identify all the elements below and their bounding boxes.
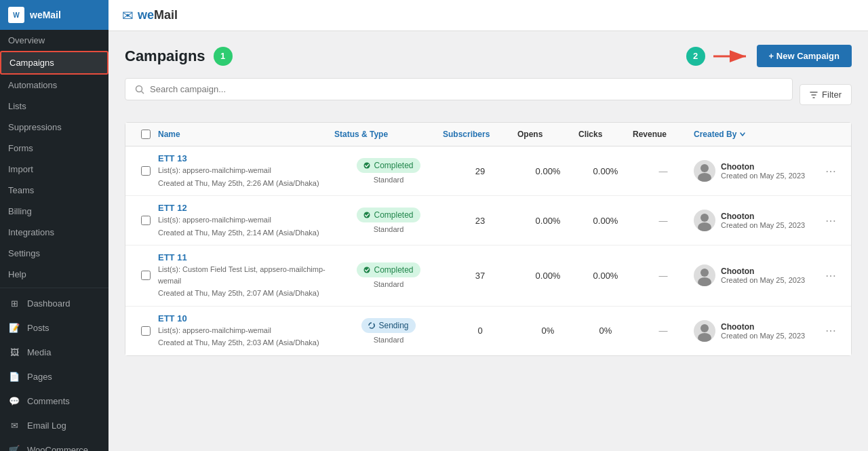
subscribers-cell: 37: [443, 271, 517, 281]
sidebar-item-campaigns[interactable]: Campaigns: [0, 51, 108, 75]
sidebar-item-label: Billing: [8, 206, 32, 216]
campaign-type: Standard: [374, 280, 404, 288]
created-by-cell: Chooton Created on May 25, 2023: [694, 320, 818, 342]
avatar: [694, 210, 715, 231]
sidebar-item-label: Teams: [8, 185, 34, 195]
table-row: ETT 13 List(s): appsero-mailchimp-wemail…: [125, 146, 851, 196]
row-more-button[interactable]: ⋯: [818, 212, 843, 230]
status-cell: Sending Standard: [334, 318, 443, 344]
row-checkbox[interactable]: [141, 326, 151, 336]
filter-icon: [810, 91, 818, 99]
arrow-icon: [711, 48, 751, 64]
svg-point-7: [364, 212, 370, 218]
sidebar-item-dashboard[interactable]: ⊞ Dashboard: [0, 291, 108, 315]
sidebar-app-name: weMail: [30, 9, 61, 20]
campaign-name[interactable]: ETT 12: [158, 203, 334, 213]
sidebar-item-label: Help: [8, 269, 26, 279]
select-all-checkbox-wrap[interactable]: [134, 130, 158, 139]
sidebar-item-label: Lists: [8, 101, 26, 111]
sidebar-item-label: Automations: [8, 80, 57, 90]
row-checkbox[interactable]: [141, 216, 151, 225]
col-header-created-by[interactable]: Created By: [694, 130, 818, 139]
svg-point-9: [698, 222, 711, 231]
main-content: ✉ weMail Campaigns 1 2: [108, 0, 868, 451]
sidebar-item-label: Overview: [8, 35, 45, 45]
search-input[interactable]: [150, 84, 783, 94]
row-checkbox[interactable]: [141, 271, 151, 280]
sidebar-item-lists[interactable]: Lists: [0, 96, 108, 117]
new-campaign-button[interactable]: + New Campaign: [757, 45, 852, 67]
svg-point-12: [698, 277, 711, 286]
step2-badge: 2: [686, 47, 705, 66]
campaign-type: Standard: [374, 225, 404, 233]
completed-icon: [363, 267, 370, 273]
sidebar-item-help[interactable]: Help: [0, 264, 108, 285]
author-name: Chooton: [721, 267, 805, 276]
sidebar-item-settings[interactable]: Settings: [0, 243, 108, 264]
table-row: ETT 11 List(s): Custom Field Test List, …: [125, 246, 851, 307]
sidebar-item-integrations[interactable]: Integrations: [0, 222, 108, 243]
clicks-cell: 0.00%: [578, 216, 633, 226]
filter-button[interactable]: Filter: [800, 84, 852, 105]
dashboard-icon: ⊞: [8, 297, 20, 309]
wemail-icon: W: [8, 7, 24, 23]
sending-icon: [368, 322, 375, 329]
sidebar-item-overview[interactable]: Overview: [0, 30, 108, 51]
campaign-name[interactable]: ETT 11: [158, 252, 334, 262]
author-name: Chooton: [721, 162, 805, 172]
status-badge: Completed: [357, 158, 420, 173]
sidebar-item-label: Comments: [27, 396, 70, 406]
page-title-area: Campaigns 1: [125, 47, 233, 66]
logo-text: weMail: [138, 8, 178, 22]
row-more-button[interactable]: ⋯: [818, 321, 843, 340]
sidebar-item-forms[interactable]: Forms: [0, 138, 108, 159]
col-header-opens: Opens: [517, 130, 578, 139]
sidebar-item-suppressions[interactable]: Suppressions: [0, 117, 108, 138]
sidebar-item-label: Media: [27, 347, 51, 357]
col-header-subscribers[interactable]: Subscribers: [443, 130, 517, 139]
clicks-cell: 0.00%: [578, 166, 633, 176]
campaign-name[interactable]: ETT 10: [158, 313, 334, 323]
status-badge: Sending: [361, 318, 415, 333]
opens-cell: 0.00%: [517, 271, 578, 281]
woocommerce-icon: 🛒: [8, 444, 20, 451]
campaign-created-meta: Created at Thu, May 25th, 2:07 AM (Asia/…: [158, 288, 334, 299]
author-name: Chooton: [721, 212, 805, 221]
comments-icon: 💬: [8, 395, 20, 407]
opens-cell: 0.00%: [517, 166, 578, 176]
col-header-status[interactable]: Status & Type: [334, 130, 443, 139]
sidebar-item-teams[interactable]: Teams: [0, 180, 108, 201]
sidebar-item-billing[interactable]: Billing: [0, 201, 108, 222]
row-checkbox[interactable]: [141, 166, 151, 176]
posts-icon: 📝: [8, 321, 20, 334]
pages-icon: 📄: [8, 370, 20, 383]
revenue-cell: —: [633, 271, 694, 281]
media-icon: 🖼: [8, 346, 20, 358]
sidebar-item-comments[interactable]: 💬 Comments: [0, 389, 108, 413]
svg-point-4: [364, 163, 370, 169]
sidebar-item-pages[interactable]: 📄 Pages: [0, 364, 108, 389]
row-more-button[interactable]: ⋯: [818, 162, 843, 180]
sidebar-item-import[interactable]: Import: [0, 159, 108, 180]
sidebar-item-woocommerce[interactable]: 🛒 WooCommerce: [0, 437, 108, 451]
campaign-name[interactable]: ETT 13: [158, 153, 334, 163]
completed-icon: [363, 162, 370, 169]
campaign-type: Standard: [374, 176, 404, 184]
select-all-checkbox[interactable]: [141, 130, 151, 139]
row-more-button[interactable]: ⋯: [818, 267, 843, 285]
status-badge: Completed: [357, 208, 420, 222]
svg-point-15: [698, 333, 711, 342]
campaign-list: List(s): appsero-mailchimp-wemail: [158, 214, 334, 226]
sidebar-item-automations[interactable]: Automations: [0, 75, 108, 96]
table-row: ETT 12 List(s): appsero-mailchimp-wemail…: [125, 196, 851, 246]
sidebar-item-email-log[interactable]: ✉ Email Log: [0, 413, 108, 437]
arrow-indicator: 2 + New Campaign: [686, 45, 852, 67]
sidebar-item-label: WooCommerce: [27, 445, 88, 452]
sidebar-header: W weMail: [0, 0, 108, 30]
created-by-info: Chooton Created on May 25, 2023: [721, 212, 805, 229]
campaign-created-meta: Created at Thu, May 25th, 2:14 AM (Asia/…: [158, 227, 334, 239]
logo-icon: ✉: [122, 7, 134, 24]
sidebar-item-media[interactable]: 🖼 Media: [0, 340, 108, 364]
search-icon: [135, 85, 144, 94]
sidebar-item-posts[interactable]: 📝 Posts: [0, 315, 108, 340]
